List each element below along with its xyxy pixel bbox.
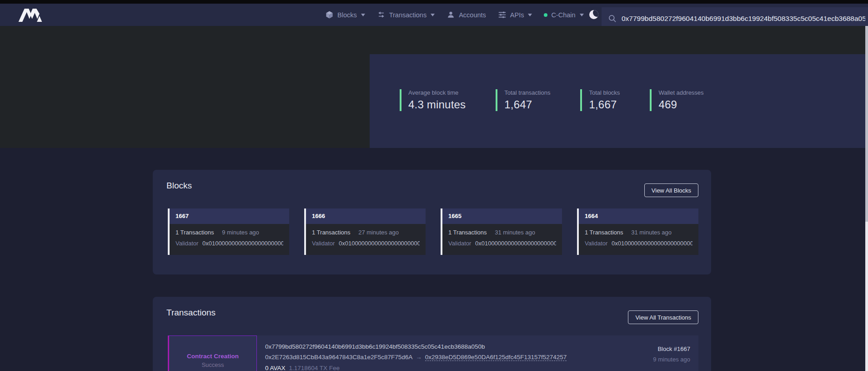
chevron-down-icon	[431, 14, 435, 16]
transaction-type: Contract Creation	[187, 353, 239, 360]
transaction-row[interactable]: Contract Creation Success 0x7799bd580272…	[168, 335, 698, 371]
block-number[interactable]: 1667	[170, 208, 289, 224]
validator-address[interactable]: 0x0100000000000000000000000...	[612, 240, 692, 247]
stat-value: 1,667	[589, 98, 620, 111]
nav-item-label: C-Chain	[551, 11, 575, 19]
nav-menu: Blocks Transactions	[325, 4, 584, 26]
transaction-block-link[interactable]: Block #1667	[653, 346, 690, 352]
transactions-section-title: Transactions	[166, 308, 216, 318]
moon-icon	[589, 10, 598, 19]
transaction-fee: 1.1718604 TX Fee	[289, 365, 340, 371]
stats-row: Average block time 4.3 minutes Total tra…	[400, 89, 704, 111]
validator-address[interactable]: 0x0100000000000000000000000...	[475, 240, 556, 247]
transaction-time: 9 minutes ago	[653, 356, 690, 363]
nav-item-label: Transactions	[389, 11, 426, 19]
cube-icon	[325, 10, 334, 19]
nav-item-apis[interactable]: APIs	[498, 10, 532, 19]
block-number[interactable]: 1666	[306, 208, 426, 224]
block-tx-count: 1 Transactions	[448, 229, 487, 236]
block-card-body: 1 Transactions 9 minutes ago Validator 0…	[170, 224, 289, 255]
block-time: 9 minutes ago	[222, 229, 259, 236]
transaction-details: 0x7799bd580272f9604140b6991d3bb6c19924bf…	[257, 335, 567, 371]
nav-item-accounts[interactable]: Accounts	[447, 10, 486, 19]
scrollbar-thumb[interactable]	[865, 26, 868, 222]
transfer-arrows-icon	[377, 10, 386, 19]
block-card-body: 1 Transactions 31 minutes ago Validator …	[442, 224, 562, 255]
green-status-dot	[544, 13, 547, 17]
transaction-meta: Block #1667 9 minutes ago	[653, 335, 698, 371]
transactions-section: Transactions View All Transactions Contr…	[153, 297, 711, 371]
nav-item-blocks[interactable]: Blocks	[325, 10, 365, 19]
transaction-type-cell: Contract Creation Success	[168, 335, 257, 371]
transaction-to-address[interactable]: 0x2938eD5D869e50DA6f125dfc45F13157f52742…	[425, 354, 567, 361]
block-cards-row: 1667 1 Transactions 9 minutes ago Valida…	[168, 208, 698, 255]
stat-value: 4.3 minutes	[408, 98, 466, 111]
validator-address[interactable]: 0x0100000000000000000000000...	[339, 240, 420, 247]
block-time: 31 minutes ago	[495, 229, 535, 236]
nav-item-cchain[interactable]: C-Chain	[544, 11, 583, 19]
stat-wallet-addresses: Wallet addresses 469	[650, 89, 703, 111]
view-all-transactions-button[interactable]: View All Transactions	[628, 310, 698, 324]
block-number[interactable]: 1664	[579, 208, 698, 224]
browser-top-strip	[0, 0, 868, 4]
hero-section	[0, 26, 868, 148]
nav-item-label: APIs	[510, 11, 524, 19]
scrollbar-track[interactable]	[865, 26, 868, 371]
chevron-down-icon	[580, 14, 584, 16]
nav-item-label: Blocks	[337, 11, 357, 19]
block-card-body: 1 Transactions 31 minutes ago Validator …	[579, 224, 698, 255]
stat-average-block-time: Average block time 4.3 minutes	[400, 89, 466, 111]
dark-mode-toggle[interactable]	[589, 10, 599, 20]
stat-value: 1,647	[504, 98, 550, 111]
navbar: Blocks Transactions	[0, 4, 868, 26]
chevron-down-icon	[528, 14, 532, 16]
stat-label: Total blocks	[589, 89, 620, 96]
chevron-down-icon	[361, 14, 365, 16]
arrow-right-icon: →	[416, 354, 422, 361]
validator-label: Validator	[448, 240, 471, 247]
nav-item-label: Accounts	[459, 11, 486, 19]
stat-total-blocks: Total blocks 1,667	[580, 89, 620, 111]
block-card-body: 1 Transactions 27 minutes ago Validator …	[306, 224, 426, 255]
view-all-blocks-button[interactable]: View All Blocks	[644, 183, 698, 197]
page: Blocks Transactions	[0, 0, 868, 371]
person-icon	[447, 10, 455, 19]
block-number[interactable]: 1665	[442, 208, 562, 224]
transaction-from-address: 0x2E7263d815CbB43a9647843C8a1e2F5c87F75d…	[265, 354, 412, 361]
sliders-icon	[498, 10, 507, 19]
validator-label: Validator	[176, 240, 198, 247]
block-card-1665[interactable]: 1665 1 Transactions 31 minutes ago Valid…	[441, 208, 562, 255]
block-tx-count: 1 Transactions	[176, 229, 214, 236]
transaction-amount: 0 AVAX	[265, 365, 286, 371]
search-icon	[608, 14, 617, 23]
stat-label: Average block time	[408, 89, 466, 96]
stat-label: Wallet addresses	[658, 89, 703, 96]
block-time: 31 minutes ago	[631, 229, 672, 236]
nav-item-transactions[interactable]: Transactions	[377, 10, 435, 19]
transaction-status: Success	[201, 361, 224, 368]
blocks-section: Blocks View All Blocks 1667 1 Transactio…	[153, 170, 711, 274]
block-card-1667[interactable]: 1667 1 Transactions 9 minutes ago Valida…	[168, 208, 289, 255]
block-time: 27 minutes ago	[358, 229, 399, 236]
avalanche-logo[interactable]	[16, 8, 45, 22]
block-card-1666[interactable]: 1666 1 Transactions 27 minutes ago Valid…	[304, 208, 426, 255]
validator-address[interactable]: 0x0100000000000000000000000...	[202, 240, 283, 247]
block-tx-count: 1 Transactions	[585, 229, 623, 236]
stat-total-transactions: Total transactions 1,647	[496, 89, 550, 111]
blocks-section-title: Blocks	[166, 181, 192, 191]
validator-label: Validator	[585, 240, 607, 247]
stat-label: Total transactions	[504, 89, 550, 96]
stat-value: 469	[658, 98, 703, 111]
block-card-1664[interactable]: 1664 1 Transactions 31 minutes ago Valid…	[577, 208, 698, 255]
transaction-hash[interactable]: 0x7799bd580272f9604140b6991d3bb6c19924bf…	[265, 343, 567, 350]
validator-label: Validator	[312, 240, 335, 247]
block-tx-count: 1 Transactions	[312, 229, 351, 236]
